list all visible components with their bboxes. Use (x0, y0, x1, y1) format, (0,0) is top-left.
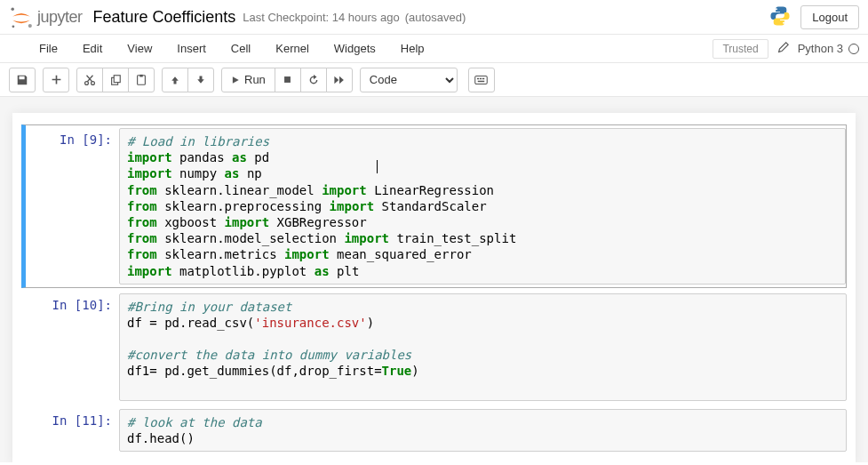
notebook-name[interactable]: Feature Coefficients (93, 8, 236, 27)
kernel-idle-icon (848, 44, 859, 54)
copy-button[interactable] (102, 68, 129, 92)
run-label: Run (244, 73, 266, 86)
save-button[interactable] (9, 68, 36, 92)
input-prompt: In [10]: (21, 293, 119, 401)
svg-rect-16 (478, 80, 485, 82)
svg-point-4 (783, 22, 784, 24)
move-up-button[interactable] (162, 68, 188, 92)
menu-edit[interactable]: Edit (70, 36, 115, 60)
svg-rect-15 (482, 77, 484, 79)
input-prompt: In [9]: (26, 128, 119, 285)
code-cell[interactable]: In [10]:#Bring in your dataset df = pd.r… (21, 291, 847, 404)
autosaved-text: (autosaved) (405, 11, 466, 24)
cut-button[interactable] (76, 68, 103, 92)
svg-point-2 (12, 25, 15, 28)
notebook: In [9]:# Load in libraries import pandas… (12, 113, 856, 462)
svg-point-1 (28, 24, 32, 28)
paste-button[interactable] (128, 68, 155, 92)
run-button[interactable]: Run (221, 68, 275, 92)
cell-type-select[interactable]: Code (360, 68, 458, 92)
logout-button[interactable]: Logout (800, 5, 859, 29)
command-palette-button[interactable] (468, 68, 495, 92)
svg-rect-8 (114, 75, 120, 82)
code-input[interactable]: # look at the data df.head() (119, 409, 847, 452)
toolbar: Run Code (0, 63, 868, 97)
svg-point-6 (92, 81, 95, 84)
svg-point-3 (776, 8, 777, 10)
header: jupyter Feature Coefficients Last Checkp… (0, 0, 868, 35)
insert-cell-button[interactable] (43, 68, 69, 92)
restart-button[interactable] (300, 68, 327, 92)
svg-rect-10 (139, 74, 143, 76)
notebook-container: In [9]:# Load in libraries import pandas… (0, 97, 868, 462)
checkpoint-text: Last Checkpoint: 14 hours ago (243, 11, 399, 24)
jupyter-logo-text: jupyter (37, 8, 83, 27)
menu-file[interactable]: File (27, 36, 70, 60)
svg-point-5 (85, 81, 89, 84)
text-cursor (377, 160, 378, 173)
menu-widgets[interactable]: Widgets (322, 36, 388, 60)
menu-view[interactable]: View (115, 36, 164, 60)
python-logo-icon (768, 4, 792, 30)
menu-cell[interactable]: Cell (219, 36, 263, 60)
svg-rect-14 (480, 77, 482, 79)
restart-run-all-button[interactable] (326, 68, 353, 92)
kernel-name: Python 3 (798, 42, 843, 55)
kernel-indicator: Python 3 (798, 42, 859, 55)
trusted-indicator[interactable]: Trusted (713, 39, 768, 59)
menu-help[interactable]: Help (388, 36, 437, 60)
svg-rect-11 (284, 76, 291, 83)
code-input[interactable]: # Load in libraries import pandas as pd … (119, 128, 846, 285)
code-input[interactable]: #Bring in your dataset df = pd.read_csv(… (119, 293, 847, 401)
move-down-button[interactable] (187, 68, 214, 92)
menubar: FileEditViewInsertCellKernelWidgetsHelp … (0, 35, 868, 63)
input-prompt: In [11]: (21, 409, 119, 452)
svg-rect-13 (477, 77, 479, 79)
menu-kernel[interactable]: Kernel (263, 36, 322, 60)
svg-rect-12 (475, 76, 488, 84)
pencil-icon[interactable] (777, 42, 789, 56)
code-cell[interactable]: In [9]:# Load in libraries import pandas… (21, 124, 847, 288)
code-cell[interactable]: In [11]:# look at the data df.head() (21, 406, 847, 454)
interrupt-button[interactable] (275, 68, 301, 92)
svg-point-0 (11, 7, 14, 11)
menu-insert[interactable]: Insert (164, 36, 219, 60)
jupyter-logo[interactable]: jupyter (9, 5, 83, 30)
